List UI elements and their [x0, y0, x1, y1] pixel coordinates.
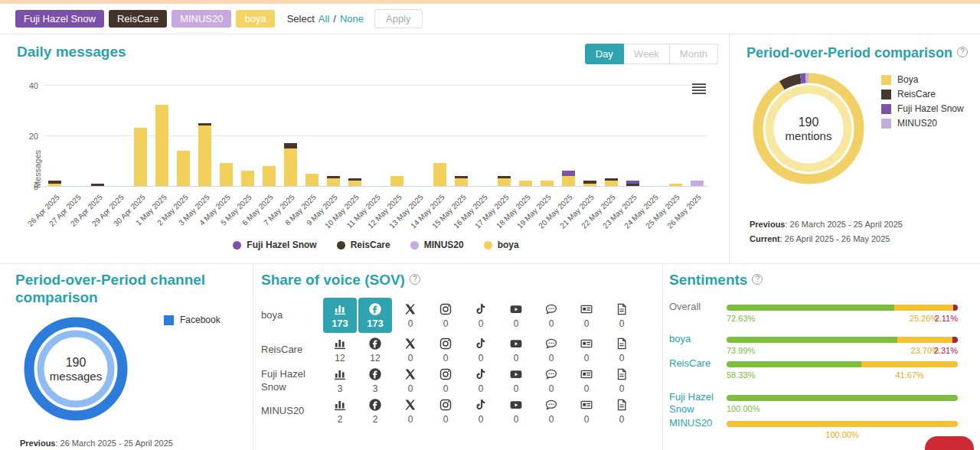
bar-5-may-2025[interactable]	[241, 171, 254, 186]
bar-segment-boya[interactable]	[390, 176, 403, 186]
bar-segment-boya[interactable]	[241, 171, 254, 186]
help-icon[interactable]: ?	[957, 47, 968, 57]
sentiment-segment-neutral[interactable]	[897, 337, 952, 343]
sentiment-segment-neutral[interactable]	[894, 305, 952, 311]
chat-button[interactable]	[925, 436, 974, 450]
bar-segment-reiscare[interactable]	[91, 184, 104, 186]
bar-segment-fuji-hazel-snow[interactable]	[562, 171, 575, 176]
bar-28-apr-2025[interactable]	[91, 184, 104, 186]
sentiment-bar[interactable]	[727, 337, 958, 343]
bar-segment-boya[interactable]	[498, 178, 511, 186]
sentiment-segment-positive[interactable]	[727, 395, 958, 401]
sentiment-bar[interactable]	[727, 305, 958, 311]
legend-item-boya[interactable]: boya	[484, 240, 519, 250]
bar-segment-boya[interactable]	[263, 166, 276, 186]
legend-item-fuji-hazel-snow[interactable]: Fuji Hazel Snow	[881, 103, 964, 114]
bar-21-may-2025[interactable]	[583, 181, 596, 186]
bar-26-may-2025[interactable]	[691, 181, 704, 186]
legend-item-minus20[interactable]: MINUS20	[881, 118, 964, 129]
brand-tag-minus20[interactable]: MINUS20	[172, 10, 231, 28]
sov-highlight-facebook[interactable]: 173	[358, 298, 392, 333]
bar-segment-boya[interactable]	[134, 128, 147, 186]
bar-segment-boya[interactable]	[155, 105, 168, 186]
sentiment-pct-negative: 2.31%	[934, 346, 958, 355]
sentiment-segment-positive[interactable]	[727, 305, 894, 311]
sentiment-bar[interactable]	[727, 421, 958, 427]
brand-tag-fuji-hazel-snow[interactable]: Fuji Hazel Snow	[15, 10, 104, 28]
legend-item-boya[interactable]: Boya	[881, 74, 964, 85]
bar-30-apr-2025[interactable]	[134, 128, 147, 186]
bar-segment-boya[interactable]	[519, 181, 532, 186]
sentiment-bar[interactable]	[727, 395, 958, 401]
bar-18-may-2025[interactable]	[519, 181, 532, 186]
x-icon	[403, 367, 417, 381]
mentions-donut-chart[interactable]: 190 mentions	[748, 68, 869, 189]
help-icon[interactable]: ?	[410, 274, 420, 285]
bar-10-may-2025[interactable]	[348, 178, 361, 186]
bar-segment-boya[interactable]	[305, 174, 318, 187]
bar-segment-boya[interactable]	[562, 176, 575, 186]
sov-cell-instagram: 0	[428, 367, 463, 394]
bar-9-may-2025[interactable]	[327, 176, 340, 186]
bar-19-may-2025[interactable]	[541, 181, 554, 186]
bar-3-may-2025[interactable]	[198, 123, 211, 186]
brand-tag-reiscare[interactable]: ReisCare	[109, 10, 167, 28]
bar-20-may-2025[interactable]	[562, 171, 575, 186]
legend-item-reiscare[interactable]: ReisCare	[881, 89, 964, 99]
messages-donut-chart[interactable]: 190 messages	[20, 313, 132, 425]
bar-segment-boya[interactable]	[541, 181, 554, 186]
legend-item-fuji-hazel-snow[interactable]: Fuji Hazel Snow	[233, 240, 316, 250]
toggle-month[interactable]: Month	[670, 44, 718, 64]
bar-segment-boya[interactable]	[605, 181, 618, 186]
bar-22-may-2025[interactable]	[605, 178, 618, 186]
bar-segment-boya[interactable]	[669, 184, 682, 186]
bar-25-may-2025[interactable]	[669, 184, 682, 186]
toggle-week[interactable]: Week	[624, 44, 670, 64]
legend-item-facebook[interactable]: Facebook	[164, 315, 220, 325]
bar-1-may-2025[interactable]	[155, 105, 168, 186]
apply-button[interactable]: Apply	[374, 9, 423, 28]
x-axis-line	[44, 186, 707, 187]
bar-segment-boya[interactable]	[284, 148, 297, 187]
sov-cell-facebook: 2	[358, 398, 393, 425]
bar-segment-boya[interactable]	[327, 178, 340, 186]
bar-8-may-2025[interactable]	[305, 174, 318, 187]
brand-tag-boya[interactable]: boya	[236, 10, 274, 28]
help-icon[interactable]: ?	[752, 274, 763, 285]
bar-7-may-2025[interactable]	[284, 143, 297, 186]
toggle-day[interactable]: Day	[585, 44, 624, 64]
bar-segment-reiscare[interactable]	[626, 184, 639, 186]
legend-item-reiscare[interactable]: ReisCare	[337, 240, 390, 250]
bar-23-may-2025[interactable]	[626, 181, 639, 186]
bar-6-may-2025[interactable]	[263, 166, 276, 186]
bar-26-apr-2025[interactable]	[48, 181, 61, 186]
sov-highlight-total[interactable]: 173	[323, 298, 357, 333]
legend-item-minus20[interactable]: MINUS20	[410, 240, 464, 250]
select-none-link[interactable]: None	[340, 13, 364, 24]
sentiments-title: Sentiments?	[669, 272, 763, 289]
bar-segment-boya[interactable]	[455, 178, 468, 186]
select-all-link[interactable]: All	[318, 13, 329, 24]
sentiment-bar[interactable]	[727, 361, 958, 367]
bar-segment-boya[interactable]	[348, 181, 361, 186]
bar-segment-boya[interactable]	[433, 163, 446, 186]
sentiment-segment-neutral[interactable]	[861, 361, 958, 367]
bar-4-may-2025[interactable]	[220, 163, 233, 186]
bar-segment-boya[interactable]	[198, 126, 211, 186]
bar-segment-boya[interactable]	[177, 151, 190, 186]
bar-segment-reiscare[interactable]	[284, 143, 297, 148]
bar-segment-boya[interactable]	[48, 184, 61, 186]
sentiment-segment-neutral[interactable]	[727, 421, 958, 427]
sentiment-segment-negative[interactable]	[953, 305, 958, 311]
sentiment-segment-positive[interactable]	[727, 337, 897, 343]
bar-12-may-2025[interactable]	[390, 176, 403, 186]
sentiment-segment-positive[interactable]	[727, 361, 861, 367]
bar-17-may-2025[interactable]	[498, 176, 511, 186]
bar-2-may-2025[interactable]	[177, 151, 190, 186]
bar-segment-boya[interactable]	[583, 184, 596, 186]
bar-segment-minus20[interactable]	[691, 181, 704, 186]
bar-14-may-2025[interactable]	[433, 163, 446, 186]
bar-segment-boya[interactable]	[220, 163, 233, 186]
sentiment-segment-negative[interactable]	[952, 337, 958, 343]
bar-15-may-2025[interactable]	[455, 176, 468, 186]
